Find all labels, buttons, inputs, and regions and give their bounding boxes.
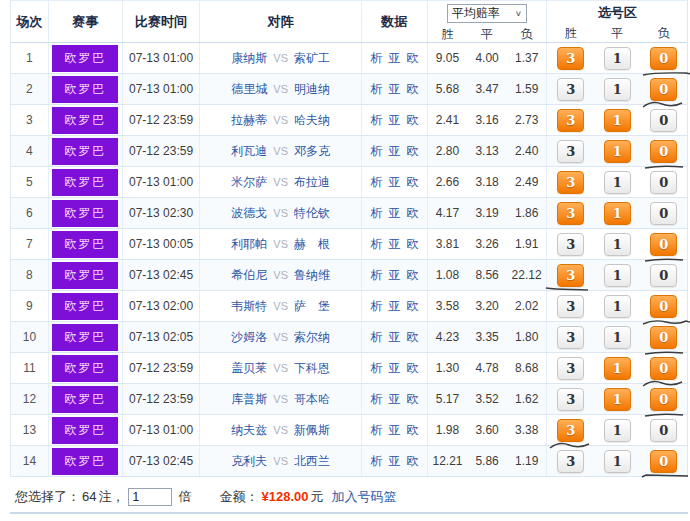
add-to-basket-link[interactable]: 加入号码篮 (331, 488, 396, 506)
home-team-link[interactable]: 利耶帕 (211, 236, 267, 253)
pick-button-draw[interactable]: 1 (604, 357, 631, 380)
pick-button-win[interactable]: 3 (557, 326, 584, 349)
pick-button-draw[interactable]: 1 (604, 78, 631, 101)
europe-odds-link[interactable]: 欧 (406, 205, 418, 222)
analysis-link[interactable]: 析 (370, 112, 382, 129)
pick-button-lose[interactable]: 0 (650, 233, 677, 256)
away-team-link[interactable]: 哥本哈 (294, 391, 350, 408)
analysis-link[interactable]: 析 (370, 360, 382, 377)
home-team-link[interactable]: 米尔萨 (211, 174, 267, 191)
asia-odds-link[interactable]: 亚 (388, 81, 400, 98)
europe-odds-link[interactable]: 欧 (406, 453, 418, 470)
pick-button-win[interactable]: 3 (557, 140, 584, 163)
avg-odds-select[interactable]: 平均赔率 ∨ (447, 4, 527, 23)
europe-odds-link[interactable]: 欧 (406, 143, 418, 160)
asia-odds-link[interactable]: 亚 (388, 298, 400, 315)
analysis-link[interactable]: 析 (370, 143, 382, 160)
analysis-link[interactable]: 析 (370, 422, 382, 439)
asia-odds-link[interactable]: 亚 (388, 360, 400, 377)
away-team-link[interactable]: 索尔纳 (294, 329, 350, 346)
pick-button-win[interactable]: 3 (557, 171, 584, 194)
pick-button-draw[interactable]: 1 (604, 109, 631, 132)
analysis-link[interactable]: 析 (370, 81, 382, 98)
pick-button-draw[interactable]: 1 (604, 140, 631, 163)
europe-odds-link[interactable]: 欧 (406, 267, 418, 284)
away-team-link[interactable]: 特伦钦 (294, 205, 350, 222)
pick-button-lose[interactable]: 0 (650, 78, 677, 101)
analysis-link[interactable]: 析 (370, 391, 382, 408)
pick-button-draw[interactable]: 1 (604, 326, 631, 349)
europe-odds-link[interactable]: 欧 (406, 391, 418, 408)
pick-button-draw[interactable]: 1 (604, 295, 631, 318)
pick-button-win[interactable]: 3 (557, 357, 584, 380)
pick-button-lose[interactable]: 0 (650, 47, 677, 70)
home-team-link[interactable]: 韦斯特 (211, 298, 267, 315)
home-team-link[interactable]: 拉赫蒂 (211, 112, 267, 129)
analysis-link[interactable]: 析 (370, 329, 382, 346)
asia-odds-link[interactable]: 亚 (388, 143, 400, 160)
pick-button-win[interactable]: 3 (557, 47, 584, 70)
pick-button-lose[interactable]: 0 (650, 450, 677, 473)
analysis-link[interactable]: 析 (370, 236, 382, 253)
pick-button-win[interactable]: 3 (557, 295, 584, 318)
home-team-link[interactable]: 康纳斯 (211, 50, 267, 67)
pick-button-draw[interactable]: 1 (604, 419, 631, 442)
asia-odds-link[interactable]: 亚 (388, 174, 400, 191)
away-team-link[interactable]: 赫 根 (294, 236, 350, 253)
europe-odds-link[interactable]: 欧 (406, 81, 418, 98)
away-team-link[interactable]: 下科恩 (294, 360, 350, 377)
home-team-link[interactable]: 沙姆洛 (211, 329, 267, 346)
europe-odds-link[interactable]: 欧 (406, 236, 418, 253)
pick-button-win[interactable]: 3 (557, 419, 584, 442)
pick-button-win[interactable]: 3 (557, 78, 584, 101)
pick-button-lose[interactable]: 0 (650, 388, 677, 411)
pick-button-win[interactable]: 3 (557, 388, 584, 411)
pick-button-lose[interactable]: 0 (650, 171, 677, 194)
pick-button-win[interactable]: 3 (557, 202, 584, 225)
pick-button-draw[interactable]: 1 (604, 388, 631, 411)
europe-odds-link[interactable]: 欧 (406, 329, 418, 346)
asia-odds-link[interactable]: 亚 (388, 236, 400, 253)
asia-odds-link[interactable]: 亚 (388, 453, 400, 470)
pick-button-lose[interactable]: 0 (650, 140, 677, 163)
asia-odds-link[interactable]: 亚 (388, 205, 400, 222)
asia-odds-link[interactable]: 亚 (388, 422, 400, 439)
away-team-link[interactable]: 布拉迪 (294, 174, 350, 191)
analysis-link[interactable]: 析 (370, 267, 382, 284)
home-team-link[interactable]: 库普斯 (211, 391, 267, 408)
pick-button-draw[interactable]: 1 (604, 233, 631, 256)
pick-button-lose[interactable]: 0 (650, 202, 677, 225)
pick-button-draw[interactable]: 1 (604, 264, 631, 287)
europe-odds-link[interactable]: 欧 (406, 298, 418, 315)
pick-button-lose[interactable]: 0 (650, 357, 677, 380)
europe-odds-link[interactable]: 欧 (406, 112, 418, 129)
europe-odds-link[interactable]: 欧 (406, 360, 418, 377)
pick-button-win[interactable]: 3 (557, 233, 584, 256)
pick-button-win[interactable]: 3 (557, 109, 584, 132)
pick-button-lose[interactable]: 0 (650, 295, 677, 318)
analysis-link[interactable]: 析 (370, 174, 382, 191)
analysis-link[interactable]: 析 (370, 205, 382, 222)
pick-button-draw[interactable]: 1 (604, 450, 631, 473)
pick-button-lose[interactable]: 0 (650, 109, 677, 132)
away-team-link[interactable]: 哈夫纳 (294, 112, 350, 129)
pick-button-lose[interactable]: 0 (650, 419, 677, 442)
pick-button-win[interactable]: 3 (557, 264, 584, 287)
asia-odds-link[interactable]: 亚 (388, 50, 400, 67)
away-team-link[interactable]: 新佩斯 (294, 422, 350, 439)
pick-button-lose[interactable]: 0 (650, 264, 677, 287)
asia-odds-link[interactable]: 亚 (388, 391, 400, 408)
pick-button-draw[interactable]: 1 (604, 202, 631, 225)
asia-odds-link[interactable]: 亚 (388, 267, 400, 284)
pick-button-draw[interactable]: 1 (604, 47, 631, 70)
home-team-link[interactable]: 盖贝莱 (211, 360, 267, 377)
home-team-link[interactable]: 利瓦迪 (211, 143, 267, 160)
away-team-link[interactable]: 萨 堡 (294, 298, 350, 315)
away-team-link[interactable]: 鲁纳维 (294, 267, 350, 284)
home-team-link[interactable]: 克利夫 (211, 453, 267, 470)
analysis-link[interactable]: 析 (370, 453, 382, 470)
analysis-link[interactable]: 析 (370, 298, 382, 315)
pick-button-win[interactable]: 3 (557, 450, 584, 473)
analysis-link[interactable]: 析 (370, 50, 382, 67)
home-team-link[interactable]: 波德戈 (211, 205, 267, 222)
